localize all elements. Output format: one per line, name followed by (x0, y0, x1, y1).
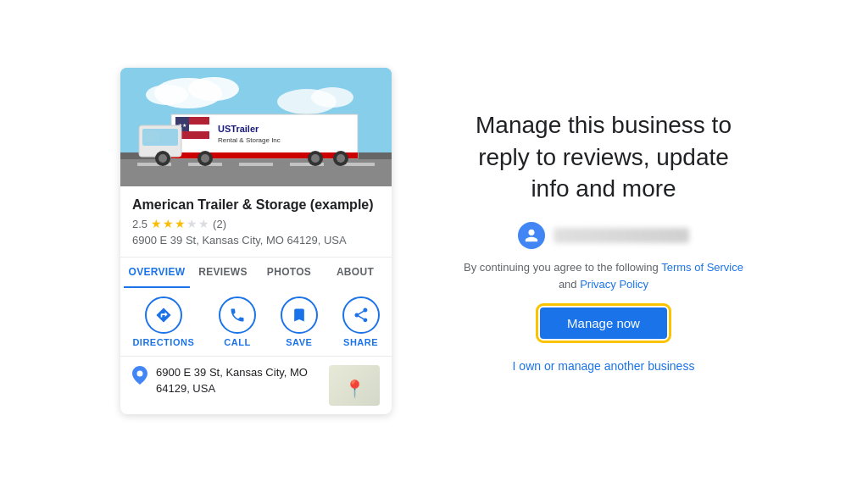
tos-prefix: By continuing you agree to the following (464, 261, 661, 274)
tab-about[interactable]: ABOUT (322, 258, 388, 288)
map-thumbnail[interactable]: 📍 (329, 365, 380, 406)
star-5: ★ (198, 217, 209, 230)
manage-now-button[interactable]: Manage now (540, 307, 667, 339)
svg-point-2 (188, 77, 239, 101)
call-icon (219, 296, 256, 334)
call-button[interactable]: CALL (219, 296, 256, 347)
directions-label: DIRECTIONS (132, 337, 194, 347)
svg-point-31 (311, 154, 320, 163)
user-name-blurred (554, 228, 689, 243)
star-4: ★ (186, 217, 198, 230)
svg-point-27 (159, 154, 167, 163)
stars: ★ ★ ★ ★ ★ (151, 217, 209, 230)
star-1: ★ (151, 217, 162, 230)
location-address: 6900 E 39 St, Kansas City, MO 64129, USA (156, 365, 320, 396)
manage-title: Manage this business to reply to reviews… (459, 109, 748, 205)
svg-text:Rental & Storage Inc: Rental & Storage Inc (218, 136, 281, 144)
location-row: 6900 E 39 St, Kansas City, MO 64129, USA… (120, 357, 392, 414)
svg-rect-10 (239, 163, 273, 166)
card-image: ★★ USTrailer Rental & Storage Inc (120, 68, 392, 186)
star-3: ★ (175, 217, 186, 230)
star-2: ★ (163, 217, 174, 230)
svg-point-29 (201, 154, 209, 163)
save-button[interactable]: SAVE (281, 296, 318, 347)
svg-point-33 (337, 154, 345, 163)
review-count: (2) (213, 218, 226, 230)
share-icon (342, 296, 380, 334)
card-tabs: OVERVIEW REVIEWS PHOTOS ABOUT (120, 257, 392, 288)
share-label: SHARE (343, 337, 378, 347)
svg-point-5 (311, 87, 353, 108)
svg-point-3 (146, 85, 188, 105)
call-label: CALL (224, 337, 250, 347)
tos-and: and (559, 278, 580, 291)
share-button[interactable]: SHARE (342, 296, 380, 347)
main-container: ★★ USTrailer Rental & Storage Inc (0, 0, 868, 482)
card-address: 6900 E 39 St, Kansas City, MO 64129, USA (132, 233, 380, 248)
business-card: ★★ USTrailer Rental & Storage Inc (120, 68, 392, 415)
other-business-link[interactable]: I own or manage another business (513, 359, 695, 373)
action-buttons: DIRECTIONS CALL SAVE (120, 288, 392, 357)
business-name: American Trailer & Storage (example) (132, 197, 380, 214)
terms-link[interactable]: Terms of Service (661, 261, 743, 274)
user-avatar-icon (518, 222, 545, 249)
tos-text: By continuing you agree to the following… (459, 259, 748, 292)
user-avatar-row (518, 222, 689, 249)
right-panel: Manage this business to reply to reviews… (459, 109, 748, 373)
card-body: American Trailer & Storage (example) 2.5… (120, 186, 392, 249)
privacy-link[interactable]: Privacy Policy (580, 278, 648, 291)
tab-overview[interactable]: OVERVIEW (124, 258, 190, 288)
location-pin-icon (132, 366, 147, 389)
svg-text:USTrailer: USTrailer (218, 124, 259, 134)
save-icon (281, 296, 318, 334)
directions-icon (145, 296, 182, 334)
map-pin-icon: 📍 (344, 379, 365, 399)
save-label: SAVE (286, 337, 312, 347)
directions-button[interactable]: DIRECTIONS (132, 296, 194, 347)
rating-number: 2.5 (132, 218, 147, 230)
svg-rect-25 (144, 130, 159, 142)
rating-row: 2.5 ★ ★ ★ ★ ★ (2) (132, 217, 380, 230)
tab-photos[interactable]: PHOTOS (256, 258, 322, 288)
tab-reviews[interactable]: REVIEWS (190, 258, 256, 288)
